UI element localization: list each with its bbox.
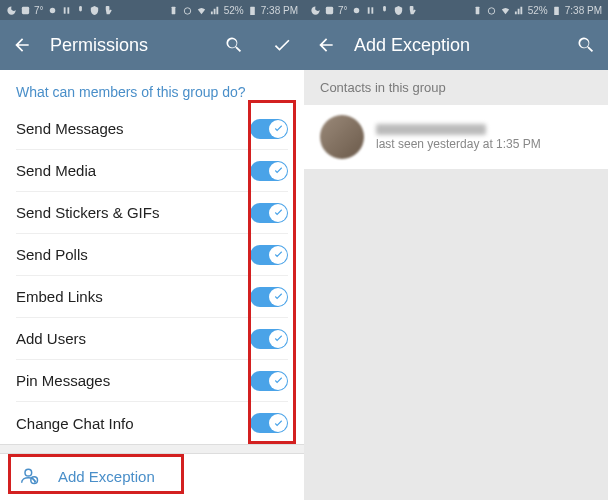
hand-icon (407, 5, 418, 16)
divider (0, 444, 304, 454)
search-icon[interactable] (576, 35, 596, 55)
svg-rect-4 (171, 6, 175, 13)
perm-label: Add Users (16, 330, 86, 347)
add-exception-screen: 7° 52% 7:38 PM Add Exception Contacts in… (304, 0, 608, 500)
alarm-icon (182, 5, 193, 16)
app-bar: Permissions (0, 20, 304, 70)
wifi-icon (196, 5, 207, 16)
vibrate-icon (168, 5, 179, 16)
signal-icon (210, 5, 221, 16)
svg-rect-0 (22, 6, 29, 13)
contact-row[interactable]: last seen yesterday at 1:35 PM (304, 105, 608, 169)
contact-status: last seen yesterday at 1:35 PM (376, 137, 541, 151)
temp: 7° (34, 5, 44, 16)
battery-pct: 52% (224, 5, 244, 16)
moon-icon (310, 5, 321, 16)
app-bar: Add Exception (304, 20, 608, 70)
cloud-icon (351, 5, 362, 16)
mic-icon (379, 5, 390, 16)
contact-name-blurred (376, 124, 486, 135)
perm-label: Send Messages (16, 120, 124, 137)
hand-icon (103, 5, 114, 16)
perm-label: Send Stickers & GIFs (16, 204, 159, 221)
battery-icon (247, 5, 258, 16)
svg-rect-12 (367, 7, 369, 13)
pause-icon (61, 5, 72, 16)
clock: 7:38 PM (261, 5, 298, 16)
highlight-add-exception (8, 454, 184, 494)
signal-icon (514, 5, 525, 16)
battery-icon (551, 5, 562, 16)
svg-rect-6 (250, 6, 255, 14)
pause-icon (365, 5, 376, 16)
svg-point-1 (49, 7, 55, 13)
group-header: Contacts in this group (304, 70, 608, 105)
moon-icon (6, 5, 17, 16)
shield-icon (393, 5, 404, 16)
battery-pct: 52% (528, 5, 548, 16)
vibrate-icon (472, 5, 483, 16)
mic-icon (75, 5, 86, 16)
perm-label: Embed Links (16, 288, 103, 305)
svg-rect-2 (63, 7, 65, 13)
perm-label: Send Media (16, 162, 96, 179)
svg-rect-10 (326, 6, 333, 13)
search-icon[interactable] (224, 35, 244, 55)
page-title: Add Exception (354, 35, 558, 56)
app-icon (20, 5, 31, 16)
perm-label: Pin Messages (16, 372, 110, 389)
perm-label: Change Chat Info (16, 415, 134, 432)
back-icon[interactable] (12, 35, 32, 55)
svg-point-11 (353, 7, 359, 13)
svg-rect-3 (67, 7, 69, 13)
confirm-icon[interactable] (272, 35, 292, 55)
status-bar: 7° 52% 7:38 PM (0, 0, 304, 20)
wifi-icon (500, 5, 511, 16)
temp: 7° (338, 5, 348, 16)
avatar (320, 115, 364, 159)
status-bar: 7° 52% 7:38 PM (304, 0, 608, 20)
exception-content: Contacts in this group last seen yesterd… (304, 70, 608, 500)
highlight-toggles (248, 100, 296, 444)
svg-point-15 (488, 7, 494, 13)
svg-point-5 (184, 7, 190, 13)
perm-label: Send Polls (16, 246, 88, 263)
alarm-icon (486, 5, 497, 16)
svg-rect-13 (371, 7, 373, 13)
page-title: Permissions (50, 35, 206, 56)
permissions-screen: 7° 52% 7:38 PM Permissions What can memb… (0, 0, 304, 500)
cloud-icon (47, 5, 58, 16)
svg-rect-16 (554, 6, 559, 14)
app-icon (324, 5, 335, 16)
back-icon[interactable] (316, 35, 336, 55)
shield-icon (89, 5, 100, 16)
clock: 7:38 PM (565, 5, 602, 16)
svg-rect-14 (475, 6, 479, 13)
